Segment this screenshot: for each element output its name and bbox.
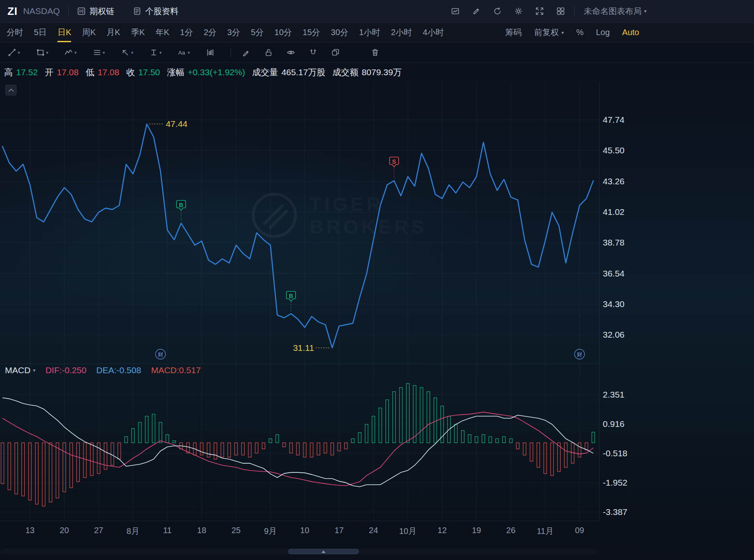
timeframe-周K[interactable]: 周K [82,23,95,42]
y-axis-label: 43.26 [603,176,642,187]
tool-trend-line[interactable]: ▾ [7,48,20,57]
x-axis-label: 19 [472,526,481,535]
timeframe-季K[interactable]: 季K [131,23,145,42]
x-axis-label: 10 [300,526,309,535]
layout-grid-icon[interactable] [556,7,565,16]
y-axis-label: -1.952 [603,477,642,488]
quote-low-value: 17.08 [98,67,119,77]
macd-header: MACD ▾ DIF:-0.250 DEA:-0.508 MACD:0.517 [5,365,201,375]
log-scale-toggle[interactable]: Log [596,28,609,37]
tool-fib-tool[interactable]: ▾ [93,48,105,57]
x-axis-label: 27 [94,526,103,535]
tool-text-tool[interactable]: Aa▾ [177,48,190,57]
price-line [2,124,593,348]
chevron-up-icon [8,88,14,92]
timeframe-10分[interactable]: 10分 [274,23,292,42]
quote-open-value: 17.08 [57,67,79,77]
timeframe-2小时[interactable]: 2小时 [391,23,412,42]
timeframe-月K[interactable]: 月K [107,23,120,42]
trash-icon[interactable] [371,48,380,57]
y-axis-label: -0.518 [603,448,642,459]
quote-low: 低17.08 [86,67,119,78]
topbar: ZI NASDAQ 期权链 个股资料 未命名图表布局 ▾ [0,0,754,23]
auto-scale-toggle[interactable]: Auto [622,28,639,37]
chart-snapshot-icon[interactable] [451,7,460,16]
tool-measure-tool[interactable]: ▾ [149,48,162,57]
stock-info-button[interactable]: 个股资料 [133,6,178,17]
tool-arrow-tool[interactable]: ▾ [121,48,133,57]
x-axis-label: 8月 [126,526,139,537]
settings-icon[interactable] [514,7,523,16]
option-chain-button[interactable]: 期权链 [77,6,114,17]
quote-low-label: 低 [86,67,94,78]
timeframe-分时[interactable]: 分时 [7,23,23,42]
tool-rect-tool[interactable]: ▾ [36,48,49,57]
macd-indicator-selector[interactable]: MACD ▾ [5,365,36,375]
quote-open: 开17.08 [45,67,79,78]
x-axis-label: 9月 [264,526,277,537]
draw-icon[interactable] [472,7,481,16]
timeframe-日K[interactable]: 日K [57,23,71,42]
chip-distribution-button[interactable]: 筹码 [505,27,522,38]
exchange-label: NASDAQ [23,6,60,16]
topbar-actions [451,7,565,16]
timeframe-1小时[interactable]: 1小时 [359,23,380,42]
chevron-down-icon: ▾ [103,50,105,55]
macd-dea-value: DEA:-0.508 [96,365,141,375]
price-chart[interactable]: 47.4431.11BBS财财 [0,81,599,364]
svg-text:Aa: Aa [178,50,186,56]
x-axis-label: 18 [197,526,206,535]
multi-window-icon[interactable] [331,48,340,57]
timeframe-5分[interactable]: 5分 [251,23,264,42]
magnet-icon[interactable] [309,48,318,57]
quote-close-label: 收 [126,67,135,78]
y-axis-label: 34.30 [603,299,642,310]
macd-title-label: MACD [5,365,31,375]
buy-marker-label: B [179,202,183,208]
quote-change-label: 涨幅 [167,67,184,78]
percent-scale-toggle[interactable]: % [576,28,584,37]
macd-dif-line [2,412,593,486]
timeframe-30分[interactable]: 30分 [331,23,348,42]
chart-scrollbar-handle[interactable] [288,549,359,554]
y-axis-label: 2.351 [603,389,642,400]
quote-high-label: 高 [4,67,13,78]
chart-layout-selector[interactable]: 未命名图表布局 ▾ [584,6,647,17]
adjust-mode-label: 前复权 [534,27,559,38]
quote-high: 高17.52 [4,67,38,78]
fullscreen-icon[interactable] [535,7,544,16]
scroll-notch-icon [321,550,326,553]
marker-pen-icon[interactable] [242,48,251,57]
eye-icon[interactable] [286,48,295,57]
timeframe-5日[interactable]: 5日 [34,23,47,42]
scale-options: 筹码 前复权 ▾ % Log Auto [505,23,639,42]
tool-indicator-tool[interactable] [206,48,215,57]
collapse-chart-button[interactable] [5,85,17,95]
macd-chart[interactable] [0,364,599,521]
quote-close-value: 17.50 [138,67,160,77]
refresh-icon[interactable] [493,7,502,16]
quote-turnover-label: 成交额 [332,67,358,78]
panel-divider [0,364,599,364]
quote-bar: 高17.52开17.08低17.08收17.50涨幅+0.33(+1.92%)成… [0,63,409,81]
x-axis-label: 11 [163,526,172,535]
timeframe-2分[interactable]: 2分 [204,23,216,42]
timeframe-1分[interactable]: 1分 [180,23,193,42]
adjust-mode-selector[interactable]: 前复权 ▾ [534,27,564,38]
tool-wave-tool[interactable]: ▾ [64,48,77,57]
x-axis-label: 26 [506,526,515,535]
timeframe-4小时[interactable]: 4小时 [423,23,444,42]
x-axis-label: 11月 [537,526,554,537]
timeframe-3分[interactable]: 3分 [227,23,240,42]
divider [231,48,231,57]
quote-volume-value: 465.17万股 [281,67,325,78]
chevron-down-icon: ▾ [33,367,36,373]
timeframe-年K[interactable]: 年K [156,23,169,42]
y-axis-label: 45.50 [603,145,642,156]
y-axis-label: 0.916 [603,419,642,429]
y-axis-label: 32.06 [603,329,642,340]
macd-dea-line [2,398,593,487]
unlock-icon[interactable] [264,48,273,57]
chevron-down-icon: ▾ [561,30,564,36]
timeframe-15分[interactable]: 15分 [303,23,320,42]
